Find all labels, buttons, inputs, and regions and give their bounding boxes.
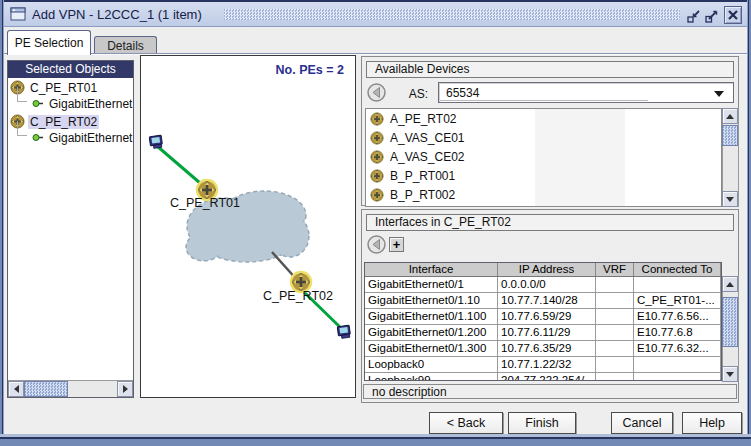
interface-icon [32, 133, 44, 142]
description-status-bar: no description [363, 384, 737, 399]
finish-button[interactable]: Finish [508, 412, 576, 434]
scroll-down-button[interactable] [722, 191, 738, 207]
scroll-down-button[interactable] [722, 366, 738, 382]
ce2-workstation-icon[interactable] [337, 325, 351, 339]
finish-button-label: Finish [525, 416, 558, 430]
add-interface-button[interactable]: + [389, 237, 404, 252]
device-label: B_P_RT001 [390, 169, 455, 183]
tree-horizontal-scrollbar[interactable] [8, 380, 133, 397]
tree-item-label: GigabitEthernet [47, 97, 133, 111]
router-icon [370, 188, 384, 202]
topology-panel: C_PE_RT01 C_PE_RT02 No. PEs = 2 [140, 55, 356, 398]
device-label: A_VAS_CE01 [390, 131, 465, 145]
tree-connector [17, 121, 27, 136]
pe-count-label: No. PEs = 2 [276, 63, 344, 77]
device-list-item[interactable]: B_P_RT001 [366, 166, 721, 185]
topology-map[interactable]: C_PE_RT01 C_PE_RT02 [141, 56, 355, 397]
device-list-item[interactable]: A_VAS_CE02 [366, 147, 721, 166]
col-vrf[interactable]: VRF [596, 263, 634, 276]
selected-objects-header: Selected Objects [8, 61, 133, 78]
deselect-device-button[interactable] [367, 83, 386, 102]
deselect-interface-button[interactable] [367, 235, 386, 254]
window-frame-right [747, 0, 751, 446]
selected-objects-panel: Selected Objects C_PE_RT01 GigabitEthern… [7, 60, 134, 398]
window-frame-left [0, 0, 4, 446]
close-icon [725, 7, 741, 23]
device-label: A_PE_RT02 [390, 112, 457, 126]
col-connected-to[interactable]: Connected To [634, 263, 721, 276]
router-icon [370, 150, 384, 164]
scroll-thumb[interactable] [722, 125, 738, 146]
router-icon [370, 112, 384, 126]
tree-connector [17, 87, 27, 102]
close-button[interactable] [724, 6, 742, 24]
router-icon [370, 169, 384, 183]
help-button-label: Help [699, 416, 725, 430]
device-list-item[interactable]: B_P_RT002 [366, 185, 721, 204]
scroll-thumb[interactable] [722, 297, 738, 347]
tree-item-interface2[interactable]: GigabitEthernet [32, 130, 133, 145]
as-combobox-value: 65534 [446, 86, 479, 100]
table-row[interactable]: GigabitEthernet0/1.1010.77.7.140/28C_PE_… [365, 293, 721, 309]
tree-item-interface1[interactable]: GigabitEthernet [32, 96, 133, 111]
device-list-item[interactable]: B_VAS_CE01 [366, 204, 721, 207]
pe2-label: C_PE_RT02 [263, 289, 333, 303]
cancel-button[interactable]: Cancel [611, 412, 673, 434]
router-icon [370, 207, 384, 208]
device-label: B_P_RT002 [390, 188, 455, 202]
tab-details[interactable]: Details [94, 36, 157, 54]
table-row[interactable]: GigabitEthernet0/10.0.0.0/0 [365, 277, 721, 293]
scroll-up-button[interactable] [722, 108, 738, 124]
interfaces-vertical-scrollbar[interactable] [722, 276, 739, 382]
interfaces-table-header: Interface IP Address VRF Connected To [365, 263, 721, 277]
back-button[interactable]: < Back [429, 412, 503, 434]
back-button-label: < Back [447, 416, 486, 430]
device-list-item[interactable]: A_PE_RT02 [366, 109, 721, 128]
dialog-window: Add VPN - L2CCC_1 (1 item) PE Selection … [0, 0, 751, 446]
scroll-right-button[interactable] [117, 381, 133, 397]
tab-details-label: Details [107, 39, 144, 53]
as-combobox[interactable]: 65534 [438, 82, 734, 103]
interface-icon [32, 99, 44, 108]
table-row[interactable]: GigabitEthernet0/1.20010.77.6.11/29E10.7… [365, 325, 721, 341]
combobox-arrow-icon [714, 91, 724, 97]
window-title: Add VPN - L2CCC_1 (1 item) [32, 7, 202, 22]
window-icon [10, 6, 26, 22]
help-button[interactable]: Help [682, 412, 742, 434]
available-devices-header: Available Devices [366, 61, 734, 78]
available-devices-group: Available Devices AS: 65534 A_PE_RT02 A_… [361, 56, 739, 206]
table-row[interactable]: GigabitEthernet0/1.10010.77.6.59/29E10.7… [365, 309, 721, 325]
table-row[interactable]: GigabitEthernet0/1.30010.77.6.35/29E10.7… [365, 341, 721, 357]
available-devices-list[interactable]: A_PE_RT02 A_VAS_CE01 A_VAS_CE02 B_P_RT00… [365, 108, 722, 207]
device-list-item[interactable]: A_VAS_CE01 [366, 128, 721, 147]
pe1-label: C_PE_RT01 [170, 196, 240, 210]
tab-active-cover [8, 53, 90, 55]
router-icon [370, 131, 384, 145]
table-row[interactable]: Loopback99204.77.222.254/ [365, 373, 721, 381]
col-interface[interactable]: Interface [365, 263, 498, 276]
maximize-icon[interactable] [705, 10, 719, 23]
tree-item-label: C_PE_RT01 [28, 81, 99, 95]
interfaces-table[interactable]: Interface IP Address VRF Connected To Gi… [364, 262, 722, 381]
titlebar-texture [224, 9, 680, 20]
as-label: AS: [392, 87, 428, 101]
window-frame-bottom [0, 434, 751, 446]
tab-content-border [4, 53, 747, 55]
scroll-thumb[interactable] [24, 381, 68, 397]
device-label: A_VAS_CE02 [390, 150, 465, 164]
tab-pe-selection[interactable]: PE Selection [7, 30, 91, 55]
scroll-up-button[interactable] [722, 276, 738, 292]
minimize-icon[interactable] [687, 10, 701, 23]
tree-item-label-selected: C_PE_RT02 [28, 115, 99, 129]
table-row[interactable]: Loopback010.77.1.22/32 [365, 357, 721, 373]
interfaces-group: Interfaces in C_PE_RT02 + Interface IP A… [361, 209, 739, 403]
cancel-button-label: Cancel [623, 416, 662, 430]
tab-pe-selection-label: PE Selection [15, 36, 84, 50]
title-bar[interactable]: Add VPN - L2CCC_1 (1 item) [4, 2, 747, 27]
selected-objects-tree: C_PE_RT01 GigabitEthernet C_PE_RT02 Giga… [8, 78, 133, 380]
scroll-left-button[interactable] [8, 381, 24, 397]
col-ip-address[interactable]: IP Address [498, 263, 596, 276]
devices-vertical-scrollbar[interactable] [722, 108, 739, 207]
tree-item-label: GigabitEthernet [47, 131, 133, 145]
ce1-workstation-icon[interactable] [149, 135, 163, 149]
